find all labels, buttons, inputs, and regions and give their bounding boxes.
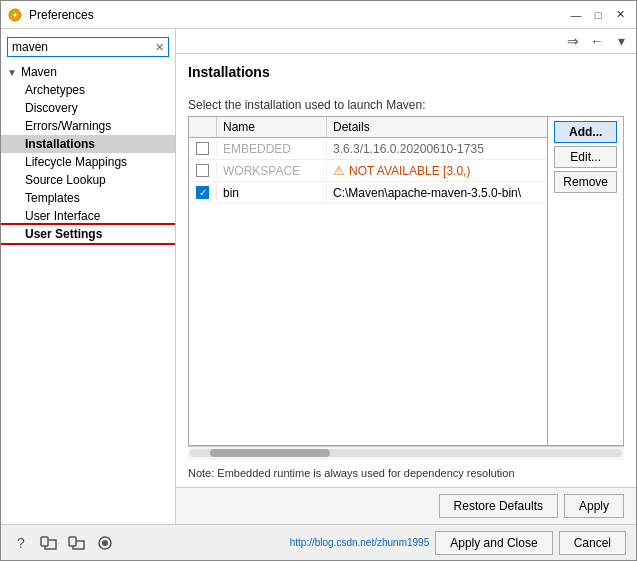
row-workspace-check[interactable] [189, 162, 217, 179]
installations-table: Name Details EMBEDDED 3.6.3/ [189, 117, 547, 445]
restore-defaults-button[interactable]: Restore Defaults [439, 494, 558, 518]
table-body: EMBEDDED 3.6.3/1.16.0.20200610-1735 WORK… [189, 138, 547, 445]
title-controls: — □ ✕ [566, 6, 630, 24]
sidebar-item-user-interface[interactable]: User Interface [1, 207, 175, 225]
minimize-button[interactable]: — [566, 6, 586, 24]
sidebar-item-discovery-label: Discovery [25, 101, 78, 115]
sidebar-item-user-settings-label: User Settings [25, 227, 102, 241]
row-workspace-details: ⚠ NOT AVAILABLE [3.0,) [327, 161, 547, 180]
window-title: Preferences [29, 8, 94, 22]
warning-icon: ⚠ [333, 163, 345, 178]
sidebar-item-maven[interactable]: ▼ Maven [1, 63, 175, 81]
svg-rect-2 [69, 537, 76, 546]
preferences-window: Preferences — □ ✕ ✕ ▼ Maven Archetypes D… [0, 0, 637, 561]
search-clear-button[interactable]: ✕ [155, 41, 164, 54]
title-bar-left: Preferences [7, 7, 94, 23]
sidebar-item-templates[interactable]: Templates [1, 189, 175, 207]
close-button[interactable]: ✕ [610, 6, 630, 24]
th-name: Name [217, 117, 327, 137]
add-button[interactable]: Add... [554, 121, 617, 143]
edit-button[interactable]: Edit... [554, 146, 617, 168]
sidebar-item-user-interface-label: User Interface [25, 209, 100, 223]
main-panel: ⇒ ← ▾ Installations Select the installat… [176, 29, 636, 524]
panel-toolbar: ⇒ ← ▾ [176, 29, 636, 54]
sidebar-item-templates-label: Templates [25, 191, 80, 205]
search-box[interactable]: ✕ [7, 37, 169, 57]
row-bin-name: bin [217, 184, 327, 202]
apply-button[interactable]: Apply [564, 494, 624, 518]
bottom-actions: Restore Defaults Apply [176, 487, 636, 524]
window-icon [7, 7, 23, 23]
table-row[interactable]: EMBEDDED 3.6.3/1.16.0.20200610-1735 [189, 138, 547, 160]
help-icon[interactable]: ? [11, 533, 31, 553]
sidebar-item-maven-label: Maven [21, 65, 57, 79]
sidebar-item-user-settings[interactable]: User Settings [1, 225, 175, 243]
th-details: Details [327, 117, 547, 137]
checkbox-workspace[interactable] [196, 164, 209, 177]
panel-subtitle: Select the installation used to launch M… [176, 92, 636, 116]
search-input[interactable] [12, 40, 155, 54]
checkbox-embedded[interactable] [196, 142, 209, 155]
import-icon[interactable] [39, 533, 59, 553]
remove-button[interactable]: Remove [554, 171, 617, 193]
embedded-version: 3.6.3/1.16.0.20200610-1735 [333, 142, 484, 156]
panel-title: Installations [188, 64, 624, 80]
cancel-button[interactable]: Cancel [559, 531, 626, 555]
sidebar-item-source-lookup-label: Source Lookup [25, 173, 106, 187]
table-row[interactable]: WORKSPACE ⚠ NOT AVAILABLE [3.0,) [189, 160, 547, 182]
back-button[interactable]: ← [586, 31, 608, 51]
sidebar-item-discovery[interactable]: Discovery [1, 99, 175, 117]
bin-path: C:\Maven\apache-maven-3.5.0-bin\ [333, 186, 521, 200]
footer-bar: ? http://blog.csdn.net [1, 524, 636, 560]
scrollbar-thumb[interactable] [210, 449, 330, 457]
main-content: ✕ ▼ Maven Archetypes Discovery Errors/Wa… [1, 29, 636, 524]
sidebar-item-lifecycle-mappings[interactable]: Lifecycle Mappings [1, 153, 175, 171]
sidebar-item-errors-warnings-label: Errors/Warnings [25, 119, 111, 133]
sidebar-item-archetypes[interactable]: Archetypes [1, 81, 175, 99]
footer-icons: ? [11, 533, 115, 553]
row-workspace-name: WORKSPACE [217, 162, 327, 180]
svg-point-4 [102, 540, 108, 546]
title-bar: Preferences — □ ✕ [1, 1, 636, 29]
row-embedded-details: 3.6.3/1.16.0.20200610-1735 [327, 140, 547, 158]
sidebar-item-errors-warnings[interactable]: Errors/Warnings [1, 117, 175, 135]
apply-and-close-button[interactable]: Apply and Close [435, 531, 552, 555]
menu-button[interactable]: ▾ [610, 31, 632, 51]
expand-icon: ▼ [7, 67, 17, 78]
sidebar-item-archetypes-label: Archetypes [25, 83, 85, 97]
footer-link: http://blog.csdn.net/zhunm1995 [290, 537, 430, 548]
footer-buttons: http://blog.csdn.net/zhunm1995 Apply and… [290, 531, 626, 555]
row-bin-check[interactable]: ✓ [189, 184, 217, 201]
row-embedded-name: EMBEDDED [217, 140, 327, 158]
checkbox-bin[interactable]: ✓ [196, 186, 209, 199]
svg-rect-1 [41, 537, 48, 546]
workspace-not-available: NOT AVAILABLE [3.0,) [349, 164, 470, 178]
scrollbar-track [190, 449, 622, 457]
panel-note: Note: Embedded runtime is always used fo… [176, 460, 636, 487]
row-embedded-check[interactable] [189, 140, 217, 157]
th-check [189, 117, 217, 137]
sidebar-item-source-lookup[interactable]: Source Lookup [1, 171, 175, 189]
table-row[interactable]: ✓ bin C:\Maven\apache-maven-3.5.0-bin\ [189, 182, 547, 204]
row-bin-details: C:\Maven\apache-maven-3.5.0-bin\ [327, 184, 547, 202]
sidebar: ✕ ▼ Maven Archetypes Discovery Errors/Wa… [1, 29, 176, 524]
horizontal-scrollbar[interactable] [188, 446, 624, 460]
panel-header: Installations [176, 54, 636, 92]
table-actions: Add... Edit... Remove [547, 117, 623, 445]
record-icon[interactable] [95, 533, 115, 553]
sidebar-item-installations[interactable]: Installations [1, 135, 175, 153]
forward-button[interactable]: ⇒ [562, 31, 584, 51]
sidebar-item-lifecycle-mappings-label: Lifecycle Mappings [25, 155, 127, 169]
table-header: Name Details [189, 117, 547, 138]
sidebar-item-installations-label: Installations [25, 137, 95, 151]
maximize-button[interactable]: □ [588, 6, 608, 24]
export-icon[interactable] [67, 533, 87, 553]
